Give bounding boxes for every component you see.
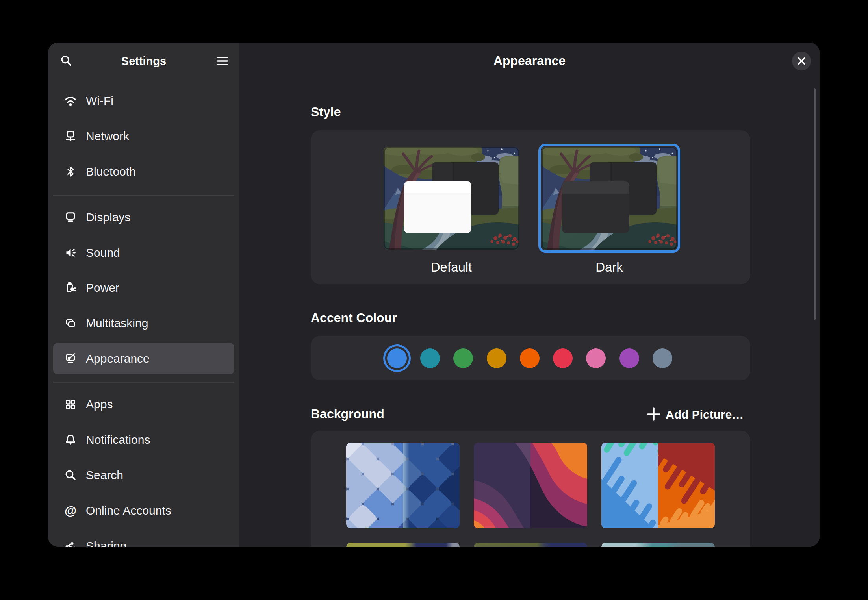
svg-text:@: @	[65, 504, 76, 517]
